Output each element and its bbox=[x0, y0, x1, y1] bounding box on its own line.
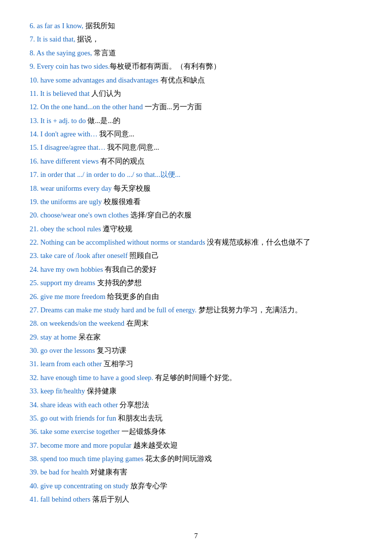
list-item: 7. It is said that, 据说， bbox=[30, 33, 362, 45]
list-item: 40. give up concentrating on study 放弃专心学 bbox=[30, 480, 362, 492]
list-item: 15. I disagree/agree that… 我不同意/同意... bbox=[30, 141, 362, 154]
list-item: 28. on weekends/on the weekend 在周末 bbox=[30, 317, 362, 330]
list-item: 38. spend too much time playing games 花太… bbox=[30, 453, 362, 465]
list-item: 20. choose/wear one's own clothes 选择/穿自己… bbox=[30, 209, 362, 221]
list-item: 36. take some exercise together 一起锻炼身体 bbox=[30, 426, 362, 438]
list-item: 11. It is believed that 人们认为 bbox=[30, 87, 362, 100]
list-item: 33. keep fit/healthy 保持健康 bbox=[30, 385, 362, 397]
list-item: 8. As the saying goes, 常言道 bbox=[30, 47, 362, 59]
list-item: 14. I don't agree with… 我不同意... bbox=[30, 128, 362, 140]
list-item: 32. have enough time to have a good slee… bbox=[30, 372, 362, 384]
list-item: 18. wear uniforms every day 每天穿校服 bbox=[30, 182, 362, 195]
list-item: 30. go over the lessons 复习功课 bbox=[30, 344, 362, 357]
list-item: 23. take care of /look after oneself 照顾自… bbox=[30, 250, 362, 262]
list-item: 34. share ideas with each other 分享想法 bbox=[30, 399, 362, 411]
list-item: 6. as far as I know, 据我所知 bbox=[30, 20, 362, 32]
list-item: 13. It is + adj. to do 做...是...的 bbox=[30, 115, 362, 127]
list-item: 12. On the one hand...on the other hand … bbox=[30, 101, 362, 113]
list-item: 29. stay at home 呆在家 bbox=[30, 331, 362, 343]
list-item: 39. be bad for health 对健康有害 bbox=[30, 466, 362, 478]
page-number: 7 bbox=[195, 532, 198, 540]
list-item: 24. have my own hobbies 有我自己的爱好 bbox=[30, 263, 362, 276]
list-item: 37. become more and more popular 越来越受欢迎 bbox=[30, 439, 362, 452]
list-item: 25. support my dreams 支持我的梦想 bbox=[30, 277, 362, 289]
list-item: 19. the uniforms are ugly 校服很难看 bbox=[30, 196, 362, 208]
list-item: 10. have some advantages and disadvantag… bbox=[30, 74, 362, 86]
list-item: 26. give me more freedom 给我更多的自由 bbox=[30, 291, 362, 303]
phrase-list: 6. as far as I know, 据我所知7. It is said t… bbox=[30, 20, 362, 506]
list-item: 27. Dreams can make me study hard and be… bbox=[30, 304, 362, 316]
list-item: 35. go out with friends for fun 和朋友出去玩 bbox=[30, 412, 362, 425]
list-item: 17. in order that .../ in order to do ..… bbox=[30, 169, 362, 181]
list-item: 31. learn from each other 互相学习 bbox=[30, 358, 362, 370]
list-item: 9. Every coin has two sides.每枚硬币都有两面。（有利… bbox=[30, 60, 362, 73]
list-item: 41. fall behind others 落后于别人 bbox=[30, 493, 362, 506]
list-item: 22. Nothing can be accomplished without … bbox=[30, 236, 362, 249]
list-item: 16. have different views 有不同的观点 bbox=[30, 155, 362, 168]
list-item: 21. obey the school rules 遵守校规 bbox=[30, 223, 362, 235]
